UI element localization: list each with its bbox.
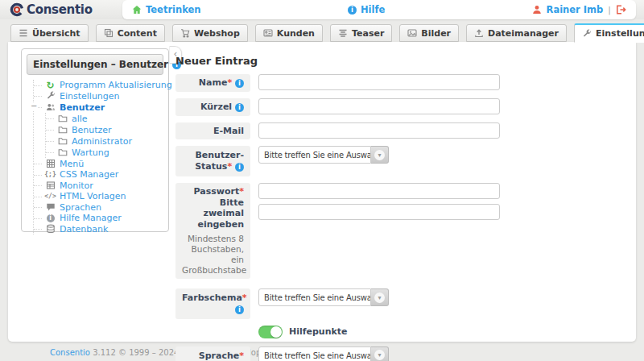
align-center-icon [338,28,348,38]
hilfepunkte-toggle[interactable] [258,326,283,338]
tab-einstellungen[interactable]: Einstellungen [574,23,644,43]
footer-consentio-link[interactable]: Consentio [50,348,90,357]
field-row-hilfepunkte: Hilfepunkte [258,326,626,338]
tab-label: Übersicht [32,28,80,39]
benutzer-status-select[interactable]: Bitte treffen Sie eine Auswahl ▾ [258,146,389,164]
tree-item-label: Monitor [60,181,93,190]
database-icon [45,224,56,234]
folder-icon [57,125,68,135]
tab-kunden[interactable]: Kunden [255,24,323,42]
info-icon[interactable]: i [235,163,244,172]
field-row-email: E-Mail [175,122,626,140]
kuerzel-input[interactable] [258,98,500,114]
chevron-down-icon: ▾ [374,350,385,360]
wrench-icon [582,29,592,39]
tab-label: Content [118,28,157,39]
passwort-label: Passwort* Bitte zweimal eingeben Mindest… [175,183,250,280]
passwort-hint: Mindestens 8 Buchstaben, ein Großbuchsta… [182,234,244,276]
tab-dateimanager[interactable]: Dateimanager [466,24,567,42]
tree-item-benutzer[interactable]: −Benutzer [34,102,168,113]
field-row-farbschema: Farbschema* i Bitte treffen Sie eine Aus… [175,288,626,319]
tree-item-label: Benutzer [60,103,105,112]
tab-webshop[interactable]: Webshop [172,24,248,42]
tree-item-einstellungen[interactable]: Einstellungen [34,90,168,102]
list-icon [19,28,28,38]
tree-item-label: Datenbank [60,225,108,234]
tree-item-administrator[interactable]: Administrator [46,135,168,147]
tree-item-menü[interactable]: Menü [34,158,168,169]
select-dropdown-button[interactable]: ▾ [371,288,389,306]
cart-icon [180,28,190,38]
user-name-link[interactable]: Rainer Imb [547,4,604,15]
info-icon[interactable]: i [235,79,244,88]
site-home-link[interactable]: Teetrinken [132,4,201,15]
css-icon: {;} [45,170,56,179]
tab-label: Teaser [352,28,384,39]
copy-icon [104,28,114,38]
toggle-knob [270,326,282,338]
field-row-name: Name* i [175,74,626,92]
info-icon[interactable]: i [235,103,244,112]
tree-item-label: Menü [60,160,84,168]
tab-label: Kunden [277,28,315,39]
sprache-label: Sprache* [175,346,250,361]
user-icon [532,5,542,15]
tree-item-html-vorlagen[interactable]: </>HTML Vorlagen [34,191,168,201]
folder-icon [57,147,68,157]
sprache-select[interactable]: Bitte treffen Sie eine Auswahl ▾ [258,346,389,361]
form-title: Neuer Eintrag [175,55,626,67]
tab-label: Bilder [421,28,451,39]
select-dropdown-button[interactable]: ▾ [371,146,389,164]
tab-label: Webshop [194,28,240,39]
folder-icon [57,136,68,146]
consentio-logo[interactable]: Consentio [10,2,93,17]
table-icon [45,180,56,190]
tree-item-wartung[interactable]: Wartung [46,147,168,158]
content-panel: Einstellungen – Benutzer i ↻Programm Akt… [8,42,636,342]
tree-expander-icon[interactable]: − [31,103,37,110]
tab--bersicht[interactable]: Übersicht [10,24,89,42]
farbschema-select[interactable]: Bitte treffen Sie eine Auswahl ▾ [258,288,389,306]
tree-item-datenbank[interactable]: Datenbank [34,223,168,234]
field-row-kuerzel: Kürzel i [175,98,626,116]
tree-item-css-manager[interactable]: {;}CSS Manager [34,169,168,180]
tree-item-label: Administrator [72,137,132,146]
select-dropdown-button[interactable]: ▾ [371,346,389,361]
tab-teaser[interactable]: Teaser [330,24,392,42]
tab-label: Einstellungen [596,28,644,39]
code-icon: </> [45,192,56,201]
field-row-benutzer-status: Benutzer-Status* i Bitte treffen Sie ein… [175,146,626,176]
separator: | [608,5,611,15]
logout-icon[interactable] [616,5,626,15]
folder-icon [57,114,68,123]
field-row-passwort: Passwort* Bitte zweimal eingeben Mindest… [175,183,626,280]
tree-item-benutzer[interactable]: Benutzer [46,124,168,135]
passwort-input-1[interactable] [258,183,500,199]
consentio-logo-icon [10,2,24,17]
tree-item-label: Einstellungen [60,92,120,101]
farbschema-label: Farbschema* i [175,288,250,319]
passwort-input-2[interactable] [258,204,500,220]
tree-item-programm-aktualisierung[interactable]: ↻Programm Aktualisierung [34,80,168,90]
sidebar-title-text: Einstellungen – Benutzer [33,59,168,70]
tab-bilder[interactable]: Bilder [399,24,459,42]
image-icon [407,28,417,38]
info-icon[interactable]: i [235,305,244,314]
name-label: Name* i [175,74,250,92]
email-input[interactable] [258,122,500,139]
tree-item-sprachen[interactable]: Sprachen [34,201,168,213]
tab-content[interactable]: Content [96,24,165,42]
help-label: Hilfe [361,4,385,15]
help-link[interactable]: i Hilfe [201,4,532,15]
name-input[interactable] [258,74,500,90]
tree-item-label: Wartung [72,148,109,157]
top-bar: Consentio Teetrinken i Hilfe Rainer Imb … [0,0,644,19]
tree-item-monitor[interactable]: Monitor [34,180,168,191]
sidebar-title: Einstellungen – Benutzer i [27,54,163,75]
tree-item-label: CSS Manager [60,170,118,179]
tree-item-hilfe-manager[interactable]: iHilfe Manager [34,213,168,223]
refresh-icon: ↻ [45,81,56,89]
tree-item-alle[interactable]: alle [46,113,168,124]
info-icon: i [348,6,357,15]
tree-item-label: Programm Aktualisierung [60,81,172,89]
